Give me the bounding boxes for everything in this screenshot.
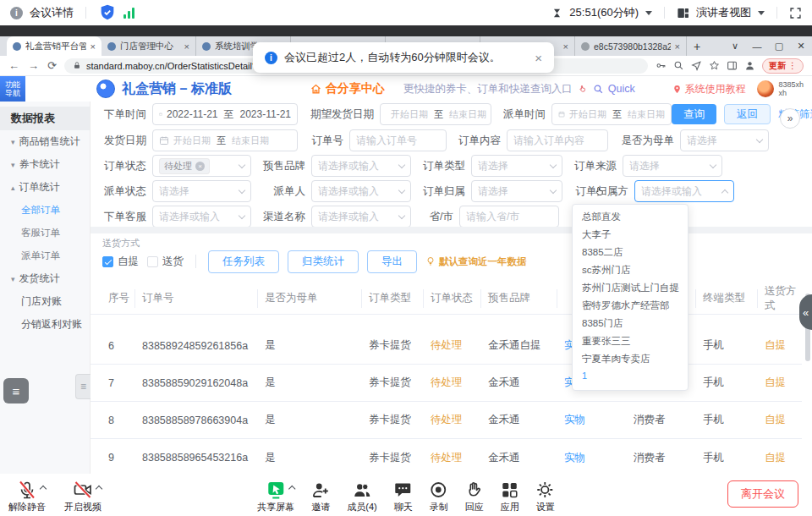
mother-order-select[interactable]: 请选择 xyxy=(680,129,769,151)
reactions-button[interactable]: 回应 xyxy=(465,480,484,513)
sidebar-item-store-reconcile[interactable]: 门店对账 xyxy=(0,290,90,313)
feature-nav-toggle[interactable]: 功能 导航 xyxy=(0,76,25,102)
dropdown-option[interactable]: 宁夏羊肉专卖店 xyxy=(573,350,688,368)
share-screen-button[interactable]: 共享屏幕 xyxy=(257,480,294,513)
zoom-icon[interactable] xyxy=(673,60,684,71)
table-row[interactable]: 8 83858858978663904a 是 券卡提货 待处理 金禾通 实物 消… xyxy=(91,402,802,439)
forward-icon[interactable]: → xyxy=(28,59,39,72)
dropdown-option[interactable]: 8385二店 xyxy=(573,244,688,261)
order-type-select[interactable]: 请选择 xyxy=(471,155,562,177)
start-video-button[interactable]: 开启视频 xyxy=(64,480,102,513)
meeting-details-button[interactable]: 会议详情 xyxy=(30,5,74,20)
task-list-button[interactable]: 任务列表 xyxy=(208,250,279,273)
chrome-update-button[interactable]: 更新⋮ xyxy=(762,58,804,74)
tag-close-icon[interactable]: × xyxy=(195,162,205,171)
share-options-caret[interactable] xyxy=(288,486,295,492)
tab-close-icon[interactable]: × xyxy=(675,41,680,52)
dropdown-option[interactable]: 重要张三三 xyxy=(573,332,688,350)
order-no-input[interactable]: 请输入订单号 xyxy=(349,129,447,151)
sidebar-item-dispatch-orders[interactable]: 派单订单 xyxy=(0,244,90,267)
sidebar-collapse-handle[interactable]: ≡ xyxy=(75,374,91,399)
table-row[interactable]: 7 83858859029162048a 是 券卡提货 待处理 金禾通 实物 消… xyxy=(91,365,802,402)
dropdown-option[interactable]: sc苏州门店 xyxy=(573,261,688,279)
bookmark-star-icon[interactable] xyxy=(709,60,720,71)
order-belong-party-select[interactable]: 请选择或输入 xyxy=(634,180,734,202)
dropdown-option[interactable]: 大李子 xyxy=(573,226,688,244)
order-source-select[interactable]: 请选择 xyxy=(623,155,722,177)
presale-brand-select[interactable]: 请选择或输入 xyxy=(311,155,411,177)
video-options-caret[interactable] xyxy=(96,486,102,492)
order-date-range[interactable]: 2022-11-21 至 2023-11-21 xyxy=(152,103,298,125)
order-content-input[interactable]: 请输入订单内容 xyxy=(507,129,608,151)
dispatch-date-range[interactable]: 开始日期 至 结束日期 xyxy=(551,103,672,125)
province-city-input[interactable]: 请输入省/市 xyxy=(459,206,559,228)
table-row[interactable]: 9 83858858965453216a 是 券卡提货 待处理 金禾通 实物 消… xyxy=(91,439,802,474)
pickup-checkbox[interactable]: 自提 xyxy=(102,255,139,269)
tab-close-icon[interactable]: × xyxy=(91,41,96,52)
expand-more-button[interactable]: » xyxy=(780,108,800,129)
minimize-button[interactable]: — xyxy=(746,41,768,52)
sidebar-item-shipping-stats[interactable]: ▾发货统计 xyxy=(0,267,90,290)
quick-search-entry[interactable]: 更快捷的券卡、订单和快递查询入口 Quick xyxy=(403,82,635,96)
channel-name-select[interactable]: 请选择或输入 xyxy=(311,206,411,228)
sidebar-item-all-orders[interactable]: 全部订单 xyxy=(0,199,90,222)
tab-gift-admin[interactable]: 礼盒营销平台管理中心 × xyxy=(7,36,102,56)
tab-close-icon[interactable]: × xyxy=(184,41,189,52)
timer-dropdown-caret[interactable] xyxy=(645,11,652,15)
sidebar-item-product-stats[interactable]: ▾商品销售统计 xyxy=(0,130,90,153)
expect-ship-date-range[interactable]: 开始日期 至 结束日期 xyxy=(380,103,491,125)
classify-stats-button[interactable]: 归类统计 xyxy=(288,250,359,273)
tab-search-icon[interactable]: ∨ xyxy=(724,41,746,52)
order-belong-select[interactable]: 请选择 xyxy=(471,180,562,202)
dispatch-status-select[interactable]: 请选择 xyxy=(152,180,251,202)
cell-item-link[interactable]: 实物 xyxy=(557,413,627,427)
tutorial-link[interactable]: 系统使用教程 xyxy=(672,82,745,96)
dropdown-page-1[interactable]: 1 xyxy=(582,371,688,381)
back-icon[interactable]: ← xyxy=(8,59,19,72)
share-center-link[interactable]: 合分享中心 xyxy=(310,81,385,96)
deliver-checkbox[interactable]: 送货 xyxy=(147,255,184,269)
new-tab-button[interactable]: + xyxy=(687,36,707,56)
dropdown-option[interactable]: 8385门店 xyxy=(573,315,688,332)
record-button[interactable]: 录制 xyxy=(430,480,448,513)
dropdown-option[interactable]: 苏州门店测试上门自提 xyxy=(573,279,688,297)
cell-item-link[interactable]: 实物 xyxy=(557,451,627,465)
dropdown-option[interactable]: 总部直发 xyxy=(573,208,688,226)
apps-button[interactable]: 应用 xyxy=(501,480,519,513)
invite-button[interactable]: 邀请 xyxy=(311,480,330,513)
ship-date-range[interactable]: 开始日期 至 结束日期 xyxy=(152,129,298,151)
dropdown-option[interactable]: 密特罗德水产经营部 xyxy=(573,297,688,315)
refresh-icon[interactable]: ⟳ xyxy=(47,59,57,72)
profile-icon[interactable] xyxy=(744,60,755,71)
unmute-button[interactable]: 解除静音 xyxy=(8,480,46,513)
settings-button[interactable]: 设置 xyxy=(536,480,555,513)
tab-hash[interactable]: e8c573980b1328a258fd2e6 × xyxy=(575,36,687,56)
view-mode-button[interactable]: 演讲者视图 xyxy=(696,5,751,20)
maximize-button[interactable]: ▢ xyxy=(768,41,790,52)
key-icon[interactable] xyxy=(656,60,667,71)
share-icon[interactable] xyxy=(691,60,702,71)
order-agent-select[interactable]: 请选择或输入 xyxy=(152,206,251,228)
sidebar-item-service-orders[interactable]: 客服订单 xyxy=(0,222,90,244)
dispatcher-select[interactable]: 请选择或输入 xyxy=(311,180,411,202)
leave-meeting-button[interactable]: 离开会议 xyxy=(727,480,798,508)
table-row[interactable]: 6 83858924859261856a 是 券卡提货 待处理 金禾通自提 实物… xyxy=(91,327,802,365)
meeting-info-icon[interactable]: i xyxy=(10,7,23,19)
members-button[interactable]: 成员(4) xyxy=(347,480,376,513)
tab-close-icon[interactable]: × xyxy=(563,41,568,52)
user-menu[interactable]: 8385xh xh xyxy=(757,80,804,97)
caption-list-widget[interactable]: ≡ xyxy=(3,378,29,403)
collapse-panel-handle[interactable]: « xyxy=(799,294,812,330)
security-shield-icon[interactable] xyxy=(98,3,117,22)
side-panel-icon[interactable] xyxy=(727,60,738,71)
chat-button[interactable]: 聊天 xyxy=(394,480,413,513)
mic-options-caret[interactable] xyxy=(40,486,47,492)
order-status-select[interactable]: 待处理× xyxy=(152,155,251,177)
sidebar-item-rebate-reconcile[interactable]: 分销返利对账 xyxy=(0,313,90,336)
export-button[interactable]: 导出 xyxy=(367,250,417,273)
fullscreen-icon[interactable] xyxy=(789,7,802,19)
close-window-button[interactable]: ✕ xyxy=(790,41,812,52)
search-button[interactable]: 查询 xyxy=(672,104,716,124)
view-dropdown-caret[interactable] xyxy=(758,11,765,15)
sidebar-item-coupon-stats[interactable]: ▾券卡统计 xyxy=(0,153,90,176)
